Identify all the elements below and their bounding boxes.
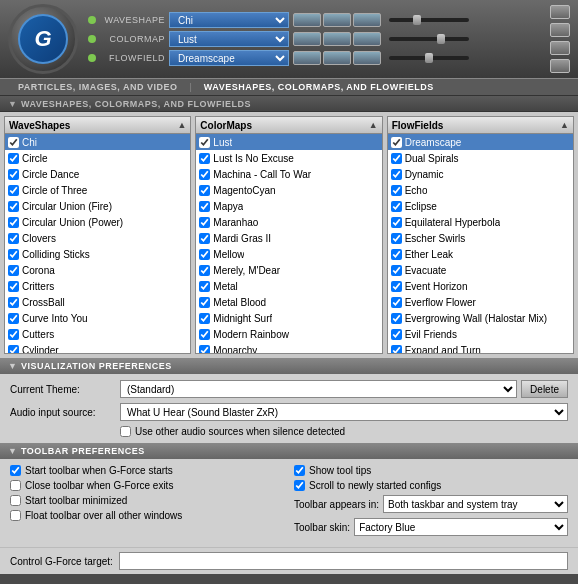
colormap-dropdown[interactable]: Lust [169, 31, 289, 47]
item-checkbox[interactable] [8, 233, 19, 244]
colormap-rand-btn[interactable] [353, 32, 381, 46]
control-target-input[interactable] [119, 552, 568, 570]
flowfield-rand-btn[interactable] [353, 51, 381, 65]
item-checkbox[interactable] [391, 201, 402, 212]
waveshape-slider-track[interactable] [389, 18, 469, 22]
item-checkbox[interactable] [391, 329, 402, 340]
list-item[interactable]: Mellow [196, 246, 381, 262]
item-checkbox[interactable] [199, 233, 210, 244]
item-checkbox[interactable] [8, 265, 19, 276]
list-item[interactable]: Expand and Turn [388, 342, 573, 354]
list-item[interactable]: Dual Spirals [388, 150, 573, 166]
list-item[interactable]: Midnight Surf [196, 310, 381, 326]
flowfield-slider-track[interactable] [389, 56, 469, 60]
list-item[interactable]: Circular Union (Fire) [5, 198, 190, 214]
list-item[interactable]: Evil Friends [388, 326, 573, 342]
item-checkbox[interactable] [199, 297, 210, 308]
list-item[interactable]: MagentoCyan [196, 182, 381, 198]
item-checkbox[interactable] [391, 153, 402, 164]
waveshapes-header[interactable]: WaveShapes ▲ [4, 116, 191, 134]
colormaps-sort-icon[interactable]: ▲ [369, 120, 378, 130]
toolbar-checkbox[interactable] [294, 480, 305, 491]
list-item[interactable]: Colliding Sticks [5, 246, 190, 262]
item-checkbox[interactable] [199, 153, 210, 164]
toolbar-checkbox[interactable] [10, 495, 21, 506]
list-item[interactable]: Chi [5, 134, 190, 150]
list-item[interactable]: Metal [196, 278, 381, 294]
waveshapes-sort-icon[interactable]: ▲ [177, 120, 186, 130]
delete-button[interactable]: Delete [521, 380, 568, 398]
item-checkbox[interactable] [8, 217, 19, 228]
item-checkbox[interactable] [8, 137, 19, 148]
waveshape-next-btn[interactable] [323, 13, 351, 27]
list-item[interactable]: Escher Swirls [388, 230, 573, 246]
item-checkbox[interactable] [391, 313, 402, 324]
item-checkbox[interactable] [391, 185, 402, 196]
flowfield-next-btn[interactable] [323, 51, 351, 65]
list-item[interactable]: Cutters [5, 326, 190, 342]
list-item[interactable]: Machina - Call To War [196, 166, 381, 182]
toolbar-checkbox[interactable] [10, 465, 21, 476]
flowfields-sort-icon[interactable]: ▲ [560, 120, 569, 130]
item-checkbox[interactable] [199, 313, 210, 324]
list-item[interactable]: Modern Rainbow [196, 326, 381, 342]
audio-input-select[interactable]: What U Hear (Sound Blaster ZxR) [120, 403, 568, 421]
list-item[interactable]: Equilateral Hyperbola [388, 214, 573, 230]
item-checkbox[interactable] [391, 233, 402, 244]
current-theme-select[interactable]: (Standard) [120, 380, 517, 398]
item-checkbox[interactable] [199, 265, 210, 276]
item-checkbox[interactable] [8, 345, 19, 355]
other-audio-checkbox[interactable] [120, 426, 131, 437]
item-checkbox[interactable] [8, 201, 19, 212]
item-checkbox[interactable] [391, 265, 402, 276]
list-item[interactable]: Metal Blood [196, 294, 381, 310]
list-item[interactable]: Curve Into You [5, 310, 190, 326]
item-checkbox[interactable] [391, 137, 402, 148]
list-item[interactable]: Maranhao [196, 214, 381, 230]
list-item[interactable]: Cylinder [5, 342, 190, 354]
list-item[interactable]: Evergrowing Wall (Halostar Mix) [388, 310, 573, 326]
item-checkbox[interactable] [8, 313, 19, 324]
toolbar-appears-select[interactable]: Both taskbar and system tray [383, 495, 568, 513]
list-item[interactable]: Lust Is No Excuse [196, 150, 381, 166]
item-checkbox[interactable] [199, 169, 210, 180]
colormap-slider-thumb[interactable] [437, 34, 445, 44]
waveshape-prev-btn[interactable] [293, 13, 321, 27]
waveshape-rand-btn[interactable] [353, 13, 381, 27]
colormap-slider-track[interactable] [389, 37, 469, 41]
item-checkbox[interactable] [199, 329, 210, 340]
list-item[interactable]: CrossBall [5, 294, 190, 310]
list-item[interactable]: Eclipse [388, 198, 573, 214]
colormap-next-btn[interactable] [323, 32, 351, 46]
item-checkbox[interactable] [199, 345, 210, 355]
flowfields-header[interactable]: FlowFields ▲ [387, 116, 574, 134]
tab-particles[interactable]: PARTICLES, IMAGES, AND VIDEO [10, 80, 186, 94]
list-item[interactable]: Mapya [196, 198, 381, 214]
list-item[interactable]: Critters [5, 278, 190, 294]
list-item[interactable]: Lust [196, 134, 381, 150]
flowfields-list[interactable]: DreamscapeDual SpiralsDynamicEchoEclipse… [387, 134, 574, 354]
flowfield-prev-btn[interactable] [293, 51, 321, 65]
item-checkbox[interactable] [8, 169, 19, 180]
list-item[interactable]: Merely, M'Dear [196, 262, 381, 278]
waveshape-dropdown[interactable]: Chi [169, 12, 289, 28]
item-checkbox[interactable] [8, 297, 19, 308]
item-checkbox[interactable] [8, 329, 19, 340]
item-checkbox[interactable] [391, 217, 402, 228]
list-item[interactable]: Circular Union (Power) [5, 214, 190, 230]
item-checkbox[interactable] [199, 281, 210, 292]
list-item[interactable]: Ether Leak [388, 246, 573, 262]
list-item[interactable]: Monarchy [196, 342, 381, 354]
list-item[interactable]: Corona [5, 262, 190, 278]
right-btn-4[interactable] [550, 59, 570, 73]
toolbar-skin-select[interactable]: Factory Blue [354, 518, 568, 536]
item-checkbox[interactable] [391, 249, 402, 260]
item-checkbox[interactable] [8, 249, 19, 260]
colormap-prev-btn[interactable] [293, 32, 321, 46]
flowfield-dropdown[interactable]: Dreamscape [169, 50, 289, 66]
list-item[interactable]: Event Horizon [388, 278, 573, 294]
tab-waveshapes[interactable]: WAVESHAPES, COLORMAPS, AND FLOWFIELDS [196, 80, 442, 94]
right-btn-1[interactable] [550, 5, 570, 19]
item-checkbox[interactable] [8, 281, 19, 292]
item-checkbox[interactable] [199, 217, 210, 228]
